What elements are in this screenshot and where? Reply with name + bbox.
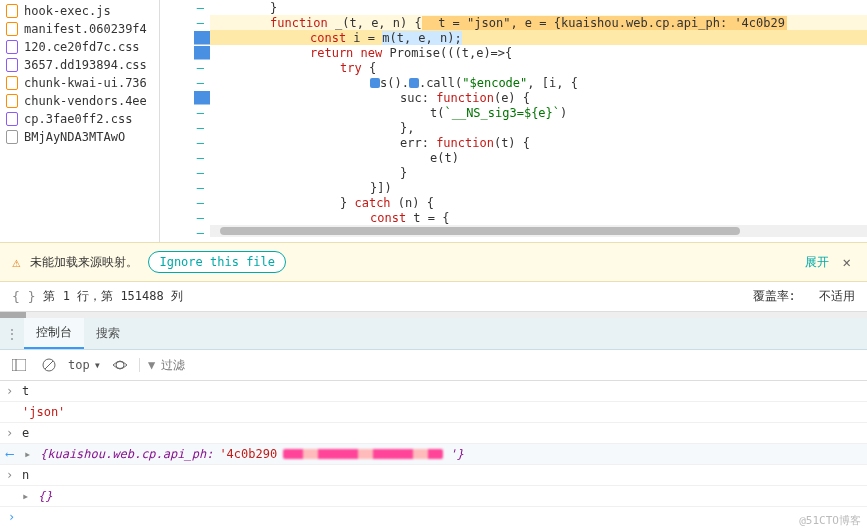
inline-hint: t = "json", e = {kuaishou.web.cp.api_ph:…	[422, 16, 787, 30]
expand-caret-icon[interactable]: ›	[6, 468, 16, 482]
expand-caret-icon[interactable]: ▸	[24, 447, 34, 461]
clear-console-button[interactable]	[38, 354, 60, 376]
ignore-file-button[interactable]: Ignore this file	[148, 251, 286, 273]
expand-caret-icon[interactable]: ▸	[22, 489, 32, 503]
context-selector[interactable]: top ▾	[68, 358, 101, 372]
file-name: BMjAyNDA3MTAwO	[24, 130, 125, 144]
step-marker-icon	[370, 78, 380, 88]
braces-icon[interactable]: { }	[12, 289, 35, 304]
file-icon	[6, 40, 18, 54]
file-name: chunk-kwai-ui.736	[24, 76, 147, 90]
expand-button[interactable]: 展开	[805, 254, 829, 271]
toggle-sidebar-button[interactable]	[8, 354, 30, 376]
file-item[interactable]: BMjAyNDA3MTAwO	[0, 128, 159, 146]
svg-line-3	[45, 361, 53, 369]
file-icon	[6, 130, 18, 144]
file-item[interactable]: hook-exec.js	[0, 2, 159, 20]
status-bar: { } 第 1 行，第 151488 列 覆盖率: 不适用	[0, 282, 867, 312]
chevron-down-icon: ▾	[94, 358, 101, 372]
console-toolbar: top ▾ ▼	[0, 350, 867, 381]
file-name: manifest.060239f4	[24, 22, 147, 36]
live-expression-button[interactable]	[109, 354, 131, 376]
coverage-label: 覆盖率:	[753, 288, 796, 305]
file-name: 3657.dd193894.css	[24, 58, 147, 72]
drawer-tabs: ⋮ 控制台 搜索	[0, 318, 867, 350]
svg-rect-0	[12, 359, 26, 371]
console-value: {}	[38, 489, 52, 503]
close-icon[interactable]: ✕	[839, 254, 855, 270]
file-icon	[6, 4, 18, 18]
console-var: n	[22, 468, 29, 482]
scrollbar-thumb[interactable]	[220, 227, 740, 235]
file-item[interactable]: chunk-vendors.4ee	[0, 92, 159, 110]
return-arrow-icon: ⟵	[6, 447, 18, 461]
file-name: chunk-vendors.4ee	[24, 94, 147, 108]
file-icon	[6, 22, 18, 36]
breakpoint-gutter[interactable]: – – – – – – – – – – – – – – – –	[160, 0, 210, 242]
console-var: e	[22, 426, 29, 440]
console-prompt[interactable]: ›	[0, 507, 867, 527]
tab-search[interactable]: 搜索	[84, 319, 132, 348]
warning-icon: ⚠	[12, 254, 20, 270]
file-icon	[6, 76, 18, 90]
file-item[interactable]: 120.ce20fd7c.css	[0, 38, 159, 56]
console-object-key: {kuaishou.web.cp.api_ph:	[40, 447, 213, 461]
file-item[interactable]: chunk-kwai-ui.736	[0, 74, 159, 92]
step-marker-icon	[409, 78, 419, 88]
watermark: @51CTO博客	[799, 513, 861, 528]
redacted-value	[283, 449, 443, 459]
expand-caret-icon[interactable]: ›	[6, 426, 16, 440]
console-output[interactable]: ›t 'json' ›e ⟵ ▸ {kuaishou.web.cp.api_ph…	[0, 381, 867, 532]
file-name: 120.ce20fd7c.css	[24, 40, 140, 54]
console-value: 'json'	[22, 405, 65, 419]
file-icon	[6, 94, 18, 108]
coverage-value: 不适用	[819, 288, 855, 305]
expand-caret-icon[interactable]: ›	[6, 384, 16, 398]
console-var: t	[22, 384, 29, 398]
file-item[interactable]: cp.3fae0ff2.css	[0, 110, 159, 128]
file-icon	[6, 112, 18, 126]
file-item[interactable]: 3657.dd193894.css	[0, 56, 159, 74]
file-item[interactable]: manifest.060239f4	[0, 20, 159, 38]
warning-text: 未能加载来源映射。	[30, 254, 138, 271]
cursor-position: 第 1 行，第 151488 列	[43, 288, 182, 305]
horizontal-scrollbar[interactable]	[210, 225, 867, 237]
file-name: hook-exec.js	[24, 4, 111, 18]
code-editor[interactable]: } function _(t, e, n) { t = "json", e = …	[210, 0, 867, 242]
file-icon	[6, 58, 18, 72]
file-tree: hook-exec.js manifest.060239f4 120.ce20f…	[0, 0, 160, 242]
tab-console[interactable]: 控制台	[24, 318, 84, 349]
filter-icon: ▼	[148, 358, 155, 372]
drag-handle-icon[interactable]: ⋮	[0, 323, 24, 345]
file-name: cp.3fae0ff2.css	[24, 112, 132, 126]
filter-input[interactable]	[161, 358, 859, 372]
warning-bar: ⚠ 未能加载来源映射。 Ignore this file 展开 ✕	[0, 242, 867, 282]
